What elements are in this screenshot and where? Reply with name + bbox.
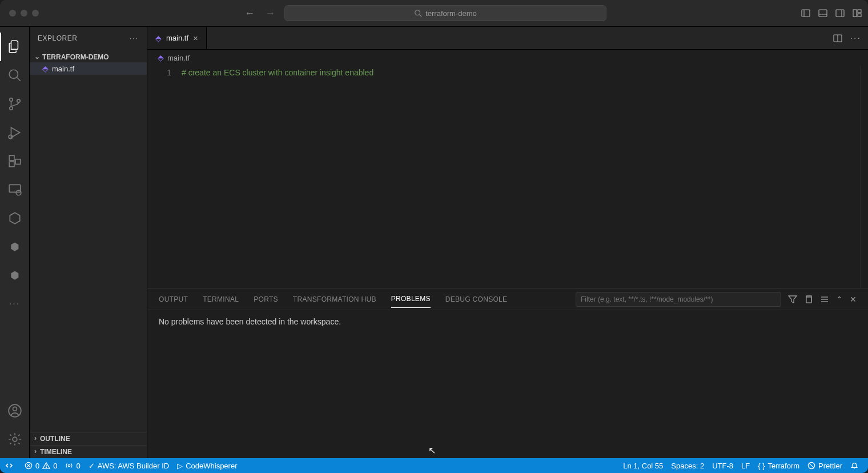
ports-status[interactable]: 0 <box>61 458 84 473</box>
files-icon <box>7 39 22 54</box>
minimap[interactable] <box>860 66 868 288</box>
problems-filter-input[interactable] <box>576 292 781 307</box>
prettier-icon <box>807 462 815 470</box>
customize-layout-icon[interactable] <box>852 8 862 18</box>
panel-tab-transformation[interactable]: TRANSFORMATION HUB <box>293 291 376 308</box>
terraform-icon: ⬢ <box>10 269 19 282</box>
ports-count: 0 <box>76 462 80 470</box>
cursor-position[interactable]: Ln 1, Col 55 <box>619 462 667 470</box>
close-panel-icon[interactable]: ✕ <box>850 295 857 304</box>
chevron-right-icon: › <box>34 434 37 442</box>
workspace-folder[interactable]: ⌄ TERRAFORM-DEMO <box>30 52 147 62</box>
code-editor[interactable]: 1 # create an ECS cluster with container… <box>147 66 868 288</box>
panel-tab-problems[interactable]: PROBLEMS <box>391 290 431 308</box>
list-icon[interactable] <box>820 295 829 304</box>
remote-button[interactable] <box>0 458 21 473</box>
outline-section[interactable]: › OUTLINE <box>30 432 147 445</box>
editor-tabs: ⬘ main.tf × ··· <box>147 27 868 50</box>
notifications-button[interactable] <box>846 462 862 470</box>
terraform-cloud-activity[interactable]: ⬢ <box>0 261 30 290</box>
cursor-label: Ln 1, Col 55 <box>623 462 663 470</box>
breadcrumb[interactable]: ⬘ main.tf <box>147 50 868 66</box>
toggle-primary-sidebar-icon[interactable] <box>801 8 811 18</box>
panel-tab-ports[interactable]: PORTS <box>254 291 278 308</box>
nav-forward-button[interactable]: → <box>265 7 275 19</box>
remote-icon <box>7 182 22 197</box>
eol-status[interactable]: LF <box>737 462 754 470</box>
code-content[interactable]: # create an ECS cluster with container i… <box>182 66 860 288</box>
svg-point-39 <box>46 467 47 468</box>
search-activity[interactable] <box>0 61 30 90</box>
minimize-window-button[interactable] <box>21 10 27 17</box>
svg-rect-10 <box>858 14 861 17</box>
svg-rect-8 <box>853 10 857 17</box>
activity-bar: ⬢ ⬢ ··· <box>0 27 30 458</box>
hexagon-icon <box>7 211 22 226</box>
filter-icon[interactable] <box>788 295 797 304</box>
file-name: main.tf <box>52 65 74 73</box>
chevron-up-icon[interactable]: ⌃ <box>836 295 843 304</box>
prettier-status[interactable]: Prettier <box>803 462 846 470</box>
close-tab-button[interactable]: × <box>193 33 198 43</box>
app-window: ← → terraform-demo <box>0 0 868 473</box>
svg-rect-21 <box>9 185 21 192</box>
file-item-main-tf[interactable]: ⬘ main.tf <box>30 62 147 75</box>
aws-status[interactable]: ✓ AWS: AWS Builder ID <box>85 458 173 473</box>
accounts-activity[interactable] <box>0 396 30 425</box>
folder-name: TERRAFORM-DEMO <box>42 53 109 61</box>
maximize-window-button[interactable] <box>32 10 39 17</box>
folder-section: ⌄ TERRAFORM-DEMO ⬘ main.tf <box>30 50 147 77</box>
aws-label: AWS: AWS Builder ID <box>98 462 169 470</box>
command-center-text: terraform-demo <box>425 9 477 18</box>
svg-line-42 <box>809 463 814 468</box>
nav-back-button[interactable]: ← <box>244 7 255 19</box>
tab-label: main.tf <box>166 34 188 42</box>
language-status[interactable]: { } Terraform <box>754 462 803 470</box>
encoding-status[interactable]: UTF-8 <box>708 462 737 470</box>
prettier-label: Prettier <box>818 462 842 470</box>
explorer-activity[interactable] <box>0 33 30 61</box>
timeline-section[interactable]: › TIMELINE <box>30 445 147 458</box>
hexagon-activity[interactable] <box>0 204 30 233</box>
command-center[interactable]: terraform-demo <box>284 5 606 21</box>
terraform-file-icon: ⬘ <box>42 64 49 73</box>
terraform-activity[interactable]: ⬢ <box>0 233 30 261</box>
sidebar-more-button[interactable]: ··· <box>130 34 139 42</box>
run-debug-activity[interactable] <box>0 118 30 147</box>
search-icon <box>414 9 422 17</box>
extensions-activity[interactable] <box>0 147 30 175</box>
panel-tab-output[interactable]: OUTPUT <box>159 291 188 308</box>
errors-warnings[interactable]: 0 0 <box>21 458 61 473</box>
indentation-status[interactable]: Spaces: 2 <box>667 462 708 470</box>
svg-rect-2 <box>802 10 810 17</box>
panel-actions: ⌃ ✕ <box>576 292 857 307</box>
line-number: 1 <box>147 67 171 78</box>
language-label: Terraform <box>767 462 799 470</box>
editor-tab-main-tf[interactable]: ⬘ main.tf × <box>147 27 207 49</box>
debug-icon <box>7 125 22 140</box>
remote-explorer-activity[interactable] <box>0 175 30 204</box>
warning-icon <box>42 462 50 470</box>
more-activity[interactable]: ··· <box>0 290 30 318</box>
account-icon <box>7 403 22 418</box>
svg-rect-6 <box>836 10 844 17</box>
svg-point-25 <box>13 407 17 411</box>
codewhisperer-status[interactable]: ▷ CodeWhisperer <box>173 458 241 473</box>
source-control-activity[interactable] <box>0 90 30 118</box>
toggle-secondary-sidebar-icon[interactable] <box>835 8 845 18</box>
terraform-icon: ⬢ <box>10 240 19 253</box>
svg-rect-4 <box>819 10 827 17</box>
gear-icon <box>7 432 22 447</box>
panel-tab-debug[interactable]: DEBUG CONSOLE <box>445 291 508 308</box>
close-window-button[interactable] <box>9 10 16 17</box>
error-icon <box>25 462 33 470</box>
more-editor-actions[interactable]: ··· <box>850 33 861 43</box>
panel-tabs: OUTPUT TERMINAL PORTS TRANSFORMATION HUB… <box>147 288 868 310</box>
copy-icon[interactable] <box>804 295 813 304</box>
chevron-down-icon: ⌄ <box>34 53 40 61</box>
eol-label: LF <box>741 462 750 470</box>
toggle-panel-icon[interactable] <box>818 8 828 18</box>
panel-tab-terminal[interactable]: TERMINAL <box>203 291 239 308</box>
split-editor-icon[interactable] <box>833 34 842 43</box>
settings-activity[interactable] <box>0 425 30 454</box>
